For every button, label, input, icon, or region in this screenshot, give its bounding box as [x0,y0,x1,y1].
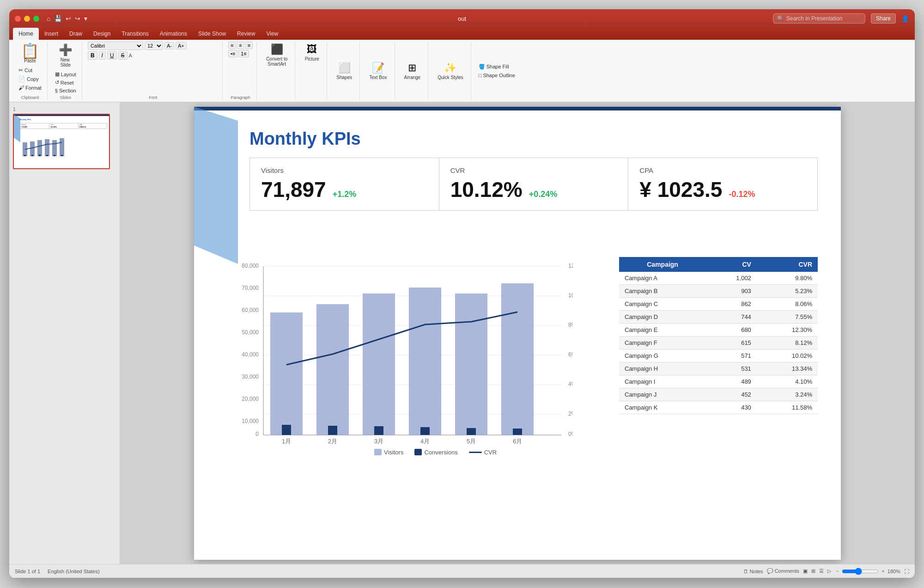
italic-button[interactable]: I [99,51,106,60]
font-family-select[interactable]: Calibri [88,42,143,50]
maximize-button[interactable] [33,16,39,22]
campaign-name: Campaign D [619,310,706,323]
slideshow-view-button[interactable]: ▷ [827,568,831,574]
zoom-control[interactable]: － ＋ 180% [835,568,900,575]
strikethrough-button[interactable]: S [118,51,128,60]
legend-cvr-label: CVR [484,449,497,456]
new-slide-icon: ➕ [59,43,73,56]
cv-value: 531 [706,362,757,375]
shapes-icon: ⬜ [338,62,351,74]
format-label: Format [25,85,42,91]
reset-button[interactable]: ↺ Reset [53,79,78,86]
bullet-button[interactable]: •≡ [228,50,237,57]
comments-button[interactable]: 💬 Comments [767,568,799,574]
shape-outline-button[interactable]: □ Shape Outline [477,72,517,79]
slide-preview: Monthly KPIs Visitors 71,897 [13,114,110,169]
close-button[interactable] [15,16,21,22]
paint-bucket-icon: 🪣 [479,64,485,70]
normal-view-button[interactable]: ▣ [803,568,808,574]
section-button[interactable]: § Section [53,87,78,94]
bold-button[interactable]: B [88,51,97,60]
outline-view-button[interactable]: ☰ [819,568,824,574]
tab-slideshow[interactable]: Slide Show [193,28,231,40]
numbering-button[interactable]: 1≡ [238,50,249,57]
align-right-button[interactable]: ≡ [245,42,253,49]
title-text: out [458,15,466,22]
copy-button[interactable]: 📄 Copy [17,75,43,83]
ribbon-group-smartart: ⬛ Convert toSmartArt [259,42,295,100]
svg-text:40,000: 40,000 [242,351,259,358]
zoom-out-button[interactable]: － [835,568,840,575]
textbox-button[interactable]: 📝 Text Box [365,60,390,82]
ribbon-group-clipboard: 📋 Paste ✂ Cut 📄 Copy 🖌 Format [13,42,48,100]
fit-page-button[interactable]: ⛶ [904,569,909,574]
arrange-icon: ⊞ [408,62,416,74]
home-icon[interactable]: ⌂ [47,15,50,22]
ribbon-group-quickstyles: ✨ Quick Styles [430,42,471,100]
tab-animations[interactable]: Animations [154,28,193,40]
slides-group-label: Slides [60,95,72,100]
underline-button[interactable]: U [107,51,117,60]
minimize-button[interactable] [24,16,30,22]
cv-value: 489 [706,375,757,388]
quick-styles-button[interactable]: ✨ Quick Styles [434,60,467,82]
font-color-button[interactable]: A [129,53,132,58]
clipboard-buttons: ✂ Cut 📄 Copy 🖌 Format [17,66,43,92]
paste-button[interactable]: 📋 Paste [17,42,43,65]
ribbon-group-textbox: 📝 Text Box [362,42,395,100]
layout-button[interactable]: ▦ Layout [53,70,78,78]
shapes-button[interactable]: ⬜ Shapes [333,60,356,82]
align-center-button[interactable]: ≡ [237,42,244,49]
format-button[interactable]: 🖌 Format [17,84,43,92]
tab-review[interactable]: Review [231,28,261,40]
svg-rect-43 [501,283,534,435]
cvr-value: 7.55% [757,310,818,323]
legend-cvr: CVR [469,449,497,456]
picture-button[interactable]: 🖼 Picture [301,42,323,63]
tab-view[interactable]: View [261,28,284,40]
new-slide-button[interactable]: ➕ NewSlide [55,42,76,69]
notes-button[interactable]: 🗒 Notes [743,569,763,574]
redo-icon[interactable]: ↪ [75,15,80,22]
person-icon[interactable]: 👤 [901,15,909,22]
cv-col-header: CV [706,257,757,272]
tab-home[interactable]: Home [13,28,39,40]
font-increase-button[interactable]: A+ [176,42,187,49]
legend-visitors-label: Visitors [384,449,403,456]
tab-design[interactable]: Design [88,28,116,40]
cv-value: 1,002 [706,272,757,285]
more-icon[interactable]: ▾ [84,15,87,22]
save-icon[interactable]: 💾 [54,15,62,22]
shape-fill-button[interactable]: 🪣 Shape Fill [477,63,517,71]
align-left-button[interactable]: ≡ [228,42,236,49]
svg-marker-13 [194,107,238,264]
arrange-button[interactable]: ⊞ Arrange [401,60,425,82]
campaign-table: Campaign CV CVR Campaign A1,0029.80%Camp… [619,257,818,414]
chart-svg: 80,000 70,000 60,000 50,000 40,000 30,00… [240,259,573,444]
svg-text:30,000: 30,000 [242,374,259,380]
cv-value: 430 [706,401,757,414]
font-decrease-button[interactable]: A- [164,42,174,49]
tab-transitions[interactable]: Transitions [116,28,154,40]
canvas-area[interactable]: Monthly KPIs Visitors 71,897 +1.2% CVR [120,102,915,564]
share-button[interactable]: Share [871,13,896,24]
tab-insert[interactable]: Insert [39,28,64,40]
cvr-value: 10.02% [757,349,818,362]
font-size-select[interactable]: 12 [145,42,163,50]
svg-rect-3 [37,140,42,156]
svg-rect-4 [45,139,49,156]
convert-smartart-button[interactable]: ⬛ Convert toSmartArt [262,42,291,68]
picture-icon: 🖼 [307,43,317,55]
zoom-in-button[interactable]: ＋ [881,568,886,575]
slide-thumbnail-1[interactable]: 1 Monthly KPIs Visitors [13,107,116,169]
cut-button[interactable]: ✂ Cut [17,66,43,74]
zoom-slider[interactable] [842,568,879,575]
tab-draw[interactable]: Draw [64,28,88,40]
legend-visitors-icon [374,449,382,455]
search-box[interactable]: 🔍 Search in Presentation [773,13,865,24]
undo-icon[interactable]: ↩ [66,15,71,22]
chart-legend: Visitors Conversions CVR [374,449,497,456]
cvr-value: 4.10% [757,375,818,388]
grid-view-button[interactable]: ⊞ [811,568,815,574]
blue-accent-shape [194,107,238,264]
